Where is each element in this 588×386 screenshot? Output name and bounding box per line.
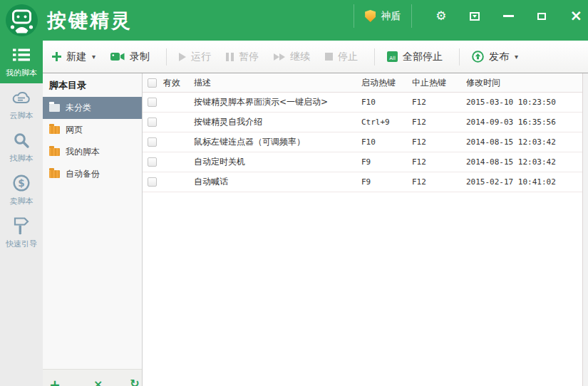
table-row[interactable]: 按键精灵脚本界面演示<一键启动> F10 F12 2015-03-10 10:2… [143,93,582,113]
row-checkbox[interactable] [148,118,157,127]
row-description: 自动喊话 [191,176,359,188]
stop-all-button[interactable]: All 全部停止 [387,51,443,63]
row-start-hotkey: F9 [359,177,409,187]
row-checkbox[interactable] [148,177,157,187]
upload-circle-icon [472,51,484,63]
stop-label: 停止 [338,51,358,63]
row-abort-hotkey: F12 [409,118,463,127]
row-start-hotkey: F10 [359,137,409,147]
sidebar-item-sell-scripts[interactable]: $ 卖脚本 [0,169,43,212]
row-checkbox[interactable] [148,98,157,107]
folder-panel-footer: + × ↻ [43,369,142,386]
row-modified-time: 2014-09-03 16:35:56 [463,118,582,127]
folder-label: 我的脚本 [66,146,100,158]
script-table: 有效 描述 启动热键 中止热键 修改时间 按键精灵脚本界面演示<一键启动> F1… [143,73,582,386]
table-row[interactable]: 鼠标左键连点器（可调频率） F10 F12 2014-08-15 12:03:4… [143,132,582,152]
toolbar-separator [374,48,375,66]
row-description: 按键精灵自我介绍 [191,116,359,128]
sidebar-item-my-scripts[interactable]: 我的脚本 [0,41,43,83]
folder-item-auto-backup[interactable]: 自动备份 [43,163,142,185]
row-description: 自动定时关机 [191,156,359,168]
folder-item-web[interactable]: 网页 [43,119,142,141]
close-button[interactable]: × [569,9,582,24]
select-all-checkbox[interactable] [148,78,157,88]
toolbar-separator [166,48,167,66]
minimize-icon [503,15,514,17]
folder-icon [49,148,60,156]
folder-label: 未分类 [66,102,91,114]
resume-button[interactable]: 继续 [274,51,310,63]
row-abort-hotkey: F12 [409,177,463,187]
plus-icon [52,52,61,61]
search-icon [14,131,30,150]
toolbar: 新建 ▾ 录制 运行 暂停 [43,41,588,73]
settings-button[interactable]: ⚙ [435,10,446,22]
app-title: 按键精灵 [47,8,133,33]
publish-button[interactable]: 发布 ▾ [472,51,518,63]
dollar-circle-icon: $ [13,174,30,192]
stop-button[interactable]: 停止 [325,51,358,63]
row-checkbox[interactable] [148,157,157,167]
sidebar-item-cloud-scripts[interactable]: 云脚本 [0,83,43,126]
run-button[interactable]: 运行 [179,51,211,63]
pause-button[interactable]: 暂停 [226,51,259,63]
row-start-hotkey: F9 [359,157,409,167]
new-script-button[interactable]: 新建 ▾ [52,51,96,63]
sidebar-item-find-scripts[interactable]: 找脚本 [0,126,43,169]
cloud-icon [11,88,31,107]
table-row[interactable]: 自动定时关机 F9 F12 2014-08-15 12:03:42 [143,152,582,172]
sidebar-item-label: 我的脚本 [6,68,37,78]
script-directory-panel: 脚本目录 未分类 网页 我的脚本 自动备份 [43,73,143,386]
publish-label: 发布 [489,51,509,63]
app-window: 按键精灵 神盾 ⚙ × [0,0,588,386]
play-icon [179,53,186,61]
shield-guard-button[interactable]: 神盾 [354,4,412,28]
script-directory-title: 脚本目录 [43,73,142,97]
row-modified-time: 2014-08-15 12:03:42 [463,137,582,147]
table-row[interactable]: 按键精灵自我介绍 Ctrl+9 F12 2014-09-03 16:35:56 [143,113,582,132]
row-start-hotkey: F10 [359,98,409,107]
minimize-to-tray-button[interactable] [470,12,480,21]
stop-all-icon: All [387,51,398,62]
signpost-icon [13,217,30,235]
row-checkbox[interactable] [148,137,157,147]
resume-label: 继续 [290,51,310,63]
refresh-icon[interactable]: ↻ [130,378,139,386]
minimize-button[interactable] [503,15,514,17]
svg-text:$: $ [18,177,24,189]
gear-icon: ⚙ [435,10,446,22]
table-header: 有效 描述 启动热键 中止热键 修改时间 [143,73,582,93]
app-logo-robot-icon [6,4,38,36]
table-row[interactable]: 自动喊话 F9 F12 2015-02-17 10:41:02 [143,172,582,192]
folder-item-my-scripts[interactable]: 我的脚本 [43,141,142,163]
new-script-label: 新建 [66,51,86,63]
sidebar-item-label: 找脚本 [10,153,33,164]
row-abort-hotkey: F12 [409,157,463,167]
header-description: 描述 [191,77,359,89]
scrollbar-track[interactable] [582,73,588,386]
folder-icon [49,126,60,134]
title-bar: 按键精灵 神盾 ⚙ × [0,0,588,41]
add-folder-icon[interactable]: + [49,378,61,386]
pause-icon [226,53,234,61]
row-start-hotkey: Ctrl+9 [359,118,409,127]
stop-icon [325,53,333,61]
record-label: 录制 [130,51,150,63]
sidebar-item-quick-guide[interactable]: 快速引导 [0,212,43,254]
folder-label: 网页 [66,124,83,136]
row-modified-time: 2015-03-10 10:23:50 [463,98,582,107]
folder-icon [49,170,60,178]
record-button[interactable]: 录制 [110,51,150,63]
folder-icon [49,104,60,112]
folder-item-uncategorized[interactable]: 未分类 [43,97,142,119]
delete-folder-icon[interactable]: × [93,379,103,386]
shield-label: 神盾 [381,10,401,23]
stop-all-label: 全部停止 [403,51,443,63]
script-list-icon [13,46,30,64]
row-abort-hotkey: F12 [409,98,463,107]
folder-label: 自动备份 [66,168,100,180]
chevron-down-icon: ▾ [92,53,96,61]
sidebar: 我的脚本 云脚本 找脚 [0,41,43,386]
header-valid: 有效 [163,77,180,89]
maximize-button[interactable] [537,13,546,20]
